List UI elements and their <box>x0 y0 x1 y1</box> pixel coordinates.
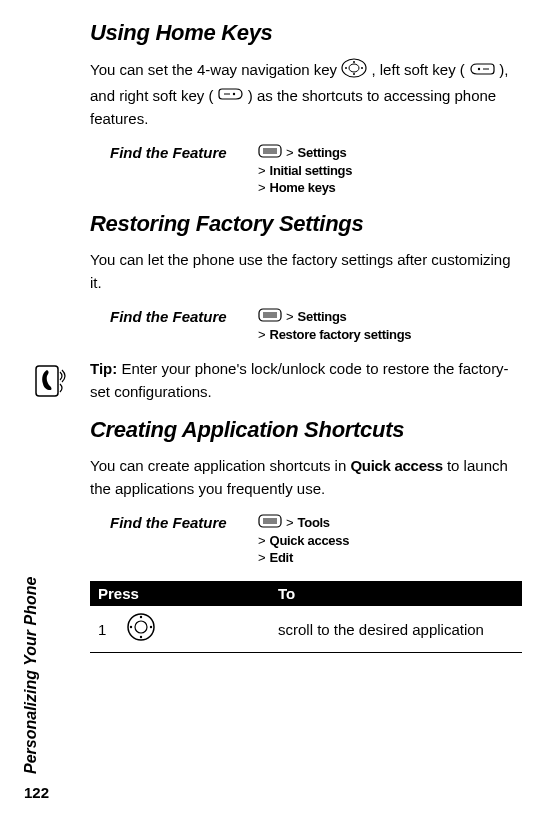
heading-restoring-factory: Restoring Factory Settings <box>90 211 522 237</box>
svg-point-5 <box>345 67 347 69</box>
path-item: Edit <box>270 550 293 565</box>
left-softkey-icon <box>469 60 495 83</box>
th-press: Press <box>98 585 278 602</box>
svg-point-25 <box>140 616 142 618</box>
path-item: Settings <box>298 145 347 160</box>
heading-creating-shortcuts: Creating Application Shortcuts <box>90 417 522 443</box>
svg-point-4 <box>353 73 355 75</box>
feature-path: > Tools > Quick access > Edit <box>258 514 522 567</box>
path-item: Initial settings <box>270 163 353 178</box>
paragraph: You can set the 4-way navigation key , l… <box>90 58 522 130</box>
find-feature-label: Find the Feature <box>90 514 240 531</box>
svg-point-26 <box>140 636 142 638</box>
nav-key-icon <box>341 58 367 85</box>
paragraph: You can let the phone use the factory se… <box>90 249 522 294</box>
path-item: Quick access <box>270 533 350 548</box>
tip-paragraph: Tip: Enter your phone's lock/unlock code… <box>90 358 522 403</box>
text: , left soft key ( <box>371 61 469 78</box>
path-item: Restore factory settings <box>270 327 412 342</box>
svg-point-6 <box>361 67 363 69</box>
find-feature-row: Find the Feature > Settings > Restore fa… <box>90 308 522 344</box>
nav-key-icon <box>126 612 156 642</box>
right-softkey-icon <box>218 85 244 108</box>
step-number: 1 <box>98 621 126 638</box>
find-feature-row: Find the Feature > Tools > Quick access … <box>90 514 522 567</box>
path-item: Settings <box>298 309 347 324</box>
find-feature-row: Find the Feature > Settings > Initial se… <box>90 144 522 197</box>
sidebar-section-title: Personalizing Your Phone <box>22 577 40 774</box>
svg-point-9 <box>232 93 234 95</box>
feature-path: > Settings > Initial settings > Home key… <box>258 144 522 197</box>
tip-text: Enter your phone's lock/unlock code to r… <box>90 360 509 400</box>
svg-point-24 <box>135 621 147 633</box>
text-quick-access: Quick access <box>350 457 442 474</box>
svg-point-27 <box>130 626 132 628</box>
svg-point-2 <box>349 64 359 72</box>
svg-point-28 <box>150 626 152 628</box>
feature-path: > Settings > Restore factory settings <box>258 308 522 344</box>
th-to: To <box>278 585 514 602</box>
menu-key-icon <box>258 308 282 325</box>
vibrate-icon <box>30 362 68 404</box>
page-number: 122 <box>24 784 49 801</box>
gt-symbol: > <box>258 163 266 178</box>
svg-point-7 <box>478 68 480 70</box>
gt-symbol: > <box>286 515 294 530</box>
gt-symbol: > <box>258 533 266 548</box>
heading-using-home-keys: Using Home Keys <box>90 20 522 46</box>
steps-table: Press To 1 scroll to the desired applica… <box>90 581 522 653</box>
gt-symbol: > <box>258 550 266 565</box>
tip-label: Tip: <box>90 360 117 377</box>
menu-key-icon <box>258 144 282 161</box>
gt-symbol: > <box>286 145 294 160</box>
table-row: 1 scroll to the desired application <box>90 606 522 653</box>
find-feature-label: Find the Feature <box>90 144 240 161</box>
path-item: Tools <box>298 515 330 530</box>
paragraph: You can create application shortcuts in … <box>90 455 522 500</box>
svg-point-3 <box>353 61 355 63</box>
text: You can set the 4-way navigation key <box>90 61 341 78</box>
step-description: scroll to the desired application <box>278 620 514 640</box>
menu-key-icon <box>258 514 282 531</box>
step-press-icon <box>126 612 278 646</box>
table-header: Press To <box>90 581 522 606</box>
gt-symbol: > <box>286 309 294 324</box>
path-item: Home keys <box>270 180 336 195</box>
gt-symbol: > <box>258 327 266 342</box>
text: You can create application shortcuts in <box>90 457 350 474</box>
gt-symbol: > <box>258 180 266 195</box>
find-feature-label: Find the Feature <box>90 308 240 325</box>
